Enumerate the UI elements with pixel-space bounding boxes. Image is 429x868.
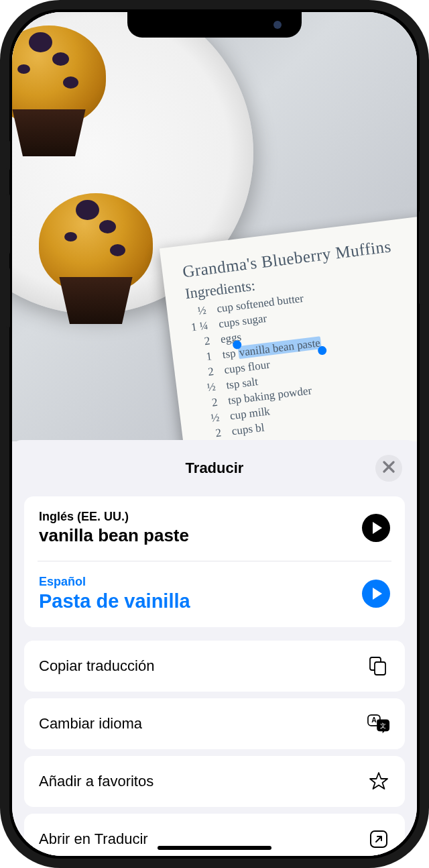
sheet-title: Traducir <box>186 459 244 477</box>
action-list: Copiar traducción Cambiar idioma A <box>24 641 405 856</box>
source-language-label: Inglés (EE. UU.) <box>39 510 353 524</box>
copy-translation-button[interactable]: Copiar traducción <box>24 641 405 692</box>
target-row: Español Pasta de vainilla <box>24 561 405 627</box>
muffin-image <box>39 193 153 327</box>
side-button <box>6 268 10 328</box>
screen: Grandma's Blueberry Muffins Ingredients:… <box>12 12 417 856</box>
close-button[interactable] <box>375 455 402 482</box>
notch <box>127 12 302 38</box>
target-text: Pasta de vainilla <box>39 590 353 612</box>
play-source-button[interactable] <box>362 514 390 542</box>
open-external-icon <box>367 828 390 851</box>
home-indicator[interactable] <box>158 846 271 850</box>
side-button <box>6 194 10 254</box>
translate-icon: A 文 <box>367 712 390 735</box>
change-language-button[interactable]: Cambiar idioma A 文 <box>24 698 405 749</box>
muffin-image <box>12 25 106 160</box>
translation-card: Inglés (EE. UU.) vanilla bean paste Espa… <box>24 496 405 627</box>
play-target-button[interactable] <box>362 580 390 608</box>
svg-rect-0 <box>375 662 385 675</box>
svg-text:文: 文 <box>380 722 386 729</box>
side-button <box>6 140 10 170</box>
copy-icon <box>367 655 390 677</box>
target-language-label: Español <box>39 575 353 589</box>
play-icon <box>373 522 382 534</box>
star-icon <box>367 770 390 793</box>
play-icon <box>373 588 382 600</box>
add-favorite-button[interactable]: Añadir a favoritos <box>24 756 405 807</box>
translate-sheet: Traducir Inglés (EE. UU.) vanilla bean p… <box>12 440 417 856</box>
close-icon <box>383 459 395 477</box>
sheet-header: Traducir <box>24 452 405 484</box>
ingredient-list: ½cup softened butter 1 ¼cups sugar 2eggs… <box>187 275 417 441</box>
svg-text:A: A <box>371 716 377 724</box>
camera-dot <box>273 21 282 29</box>
source-text: vanilla bean paste <box>39 525 353 546</box>
side-button <box>419 211 423 305</box>
recipe-card: Grandma's Blueberry Muffins Ingredients:… <box>160 213 417 441</box>
source-row: Inglés (EE. UU.) vanilla bean paste <box>24 496 405 561</box>
phone-frame: Grandma's Blueberry Muffins Ingredients:… <box>0 0 429 868</box>
photo-background[interactable]: Grandma's Blueberry Muffins Ingredients:… <box>12 12 417 441</box>
